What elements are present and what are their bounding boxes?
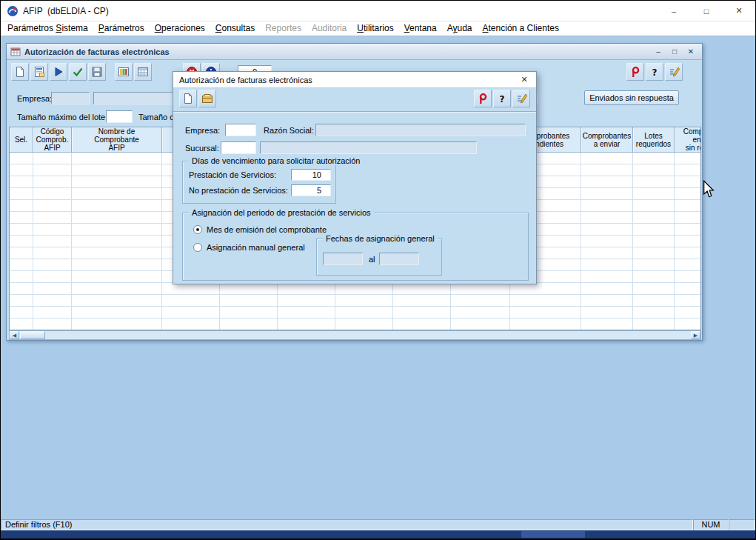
child-maximize-button[interactable]: □	[669, 47, 680, 56]
radio-asignacion-manual[interactable]	[193, 243, 202, 252]
new-document-button[interactable]	[11, 63, 29, 81]
exit-button[interactable]	[626, 63, 644, 81]
card-index-icon	[201, 93, 213, 104]
help-button[interactable]: ?	[646, 63, 663, 81]
prestacion-field[interactable]: 10	[291, 169, 331, 181]
database-columns-icon	[118, 66, 130, 78]
menu-item-parametros[interactable]: Parámetros	[93, 21, 150, 36]
mdi-area: Autorización de facturas electrónicas – …	[1, 36, 755, 519]
menu-item-ventana[interactable]: Ventana	[399, 21, 442, 36]
scroll-left-button[interactable]: ◀	[10, 331, 19, 339]
dialog-empresa-field[interactable]	[225, 124, 256, 136]
new-document-icon	[14, 66, 26, 78]
dialog-body: Empresa: Razón Social: Sucursal: Días de…	[173, 113, 536, 284]
confirm-button[interactable]	[69, 63, 87, 81]
dialog-close-button[interactable]: ✕	[517, 73, 532, 86]
enviados-sin-respuesta-button[interactable]: Enviados sin respuesta	[584, 90, 679, 105]
radio-asignacion-manual-label: Asignación manual general	[207, 243, 305, 252]
radio-mes-emision[interactable]	[193, 225, 202, 234]
menu-item-parametros-sistema[interactable]: Parámetros Sistema	[2, 21, 93, 36]
taskbar-segment	[521, 531, 585, 538]
form-properties-icon	[33, 66, 45, 78]
export-grid-icon	[137, 66, 149, 78]
menu-item-auditoria: Auditoria	[307, 21, 352, 36]
sucursal-name-field[interactable]	[260, 141, 477, 154]
help-button[interactable]: ?	[493, 90, 511, 107]
form-properties-button[interactable]	[30, 63, 48, 81]
grid-row[interactable]	[10, 307, 700, 319]
grid-col-codigo-comprob-afip[interactable]: CódigoComprob.AFIP	[33, 127, 72, 153]
grid-row[interactable]	[10, 295, 700, 307]
menu-item-reportes: Reportes	[260, 21, 307, 36]
grid-col-sel[interactable]: Sel.	[10, 127, 33, 153]
tamano-lote-label: Tamaño máximo del lote:	[17, 113, 107, 121]
tamano-lote-field[interactable]	[106, 110, 133, 123]
application-window: AFIP (dbELDIA - CP) – □ ✕ Parámetros Sis…	[0, 0, 756, 540]
grid-row[interactable]	[10, 283, 700, 295]
status-end-panel	[729, 519, 755, 530]
exit-button[interactable]	[474, 90, 492, 107]
database-columns-button[interactable]	[115, 63, 133, 81]
app-icon	[7, 5, 19, 17]
menu-item-ayuda[interactable]: Ayuda	[442, 21, 478, 36]
no-prestacion-label: No prestación de Servicios:	[189, 186, 288, 195]
grid-col-lotes-requeridos[interactable]: Lotesrequeridos	[633, 127, 675, 153]
dialog: Autorización de facturas electrónicas ✕ …	[173, 71, 537, 284]
razon-social-field[interactable]	[315, 124, 526, 136]
menu-item-consultas[interactable]: Consultas	[210, 21, 260, 36]
window-controls: – □ ✕	[658, 1, 755, 21]
run-button[interactable]	[50, 63, 67, 81]
status-text: Definir filtros (F10)	[1, 519, 693, 530]
al-label: al	[369, 255, 375, 264]
asignacion-periodo-group: Asignación del periodo de prestación de …	[182, 213, 529, 281]
dialog-empresa-label: Empresa:	[185, 126, 220, 135]
grid-hscrollbar[interactable]: ◀ ▶	[9, 330, 701, 340]
asignacion-periodo-group-label: Asignación del periodo de prestación de …	[189, 208, 374, 217]
grid-col-comprobantes-enviados-sin-respuesta[interactable]: Comprobantesenviadossin respuesta	[675, 127, 701, 153]
scroll-thumb[interactable]	[20, 331, 45, 339]
child-titlebar[interactable]: Autorización de facturas electrónicas – …	[7, 44, 702, 60]
taskbar-strip	[1, 530, 755, 539]
svg-text:?: ?	[500, 94, 505, 104]
menu-item-atencion-a-clientes[interactable]: Atención a Clientes	[478, 21, 564, 36]
mouse-cursor	[703, 180, 715, 198]
card-index-button[interactable]	[198, 90, 216, 107]
fecha-desde-field[interactable]	[323, 253, 363, 265]
prestacion-label: Prestación de Servicios:	[189, 170, 276, 179]
dialog-title: Autorización de facturas electrónicas	[179, 76, 312, 84]
child-window-controls: – □ ✕	[653, 47, 702, 56]
close-button[interactable]: ✕	[723, 1, 755, 21]
no-prestacion-field[interactable]: 5	[291, 184, 331, 196]
pen-button[interactable]	[512, 90, 530, 107]
save-icon	[91, 66, 103, 78]
scroll-right-button[interactable]: ▶	[691, 331, 700, 339]
dialog-toolbar-right: ?	[474, 90, 530, 107]
child-minimize-button[interactable]: –	[653, 47, 663, 56]
exit-icon	[477, 93, 489, 104]
new-document-button[interactable]	[179, 90, 197, 107]
sucursal-field[interactable]	[221, 141, 256, 154]
titlebar: AFIP (dbELDIA - CP) – □ ✕	[1, 1, 755, 21]
grid-row[interactable]	[10, 319, 700, 330]
pen-button[interactable]	[665, 63, 683, 81]
maximize-button[interactable]: □	[690, 1, 723, 21]
child-toolbar-left	[11, 63, 152, 81]
sucursal-label: Sucursal:	[185, 144, 219, 153]
help-icon: ?	[496, 93, 508, 104]
new-document-icon	[182, 93, 194, 104]
grid-col-nombre-comprobante-afip[interactable]: Nombre deComprobanteAFIP	[72, 127, 162, 153]
razon-social-label: Razón Social:	[264, 126, 314, 135]
menu-item-operaciones[interactable]: Operaciones	[150, 21, 210, 36]
window-title: AFIP (dbELDIA - CP)	[23, 6, 109, 16]
fecha-hasta-field[interactable]	[379, 253, 419, 265]
menu-item-utilitarios[interactable]: Utilitarios	[352, 21, 398, 36]
dialog-titlebar[interactable]: Autorización de facturas electrónicas ✕	[173, 72, 536, 88]
save-button[interactable]	[88, 63, 106, 81]
fechas-asignacion-group-label: Fechas de asignación general	[323, 234, 438, 243]
menu-bar: Parámetros SistemaParámetrosOperacionesC…	[1, 21, 755, 36]
export-grid-button[interactable]	[134, 63, 152, 81]
grid-col-comprobantes-a-enviar[interactable]: Comprobantesa enviar	[581, 127, 633, 153]
minimize-button[interactable]: –	[658, 1, 690, 21]
child-close-button[interactable]: ✕	[686, 47, 696, 56]
empresa-code-field[interactable]	[51, 92, 90, 104]
